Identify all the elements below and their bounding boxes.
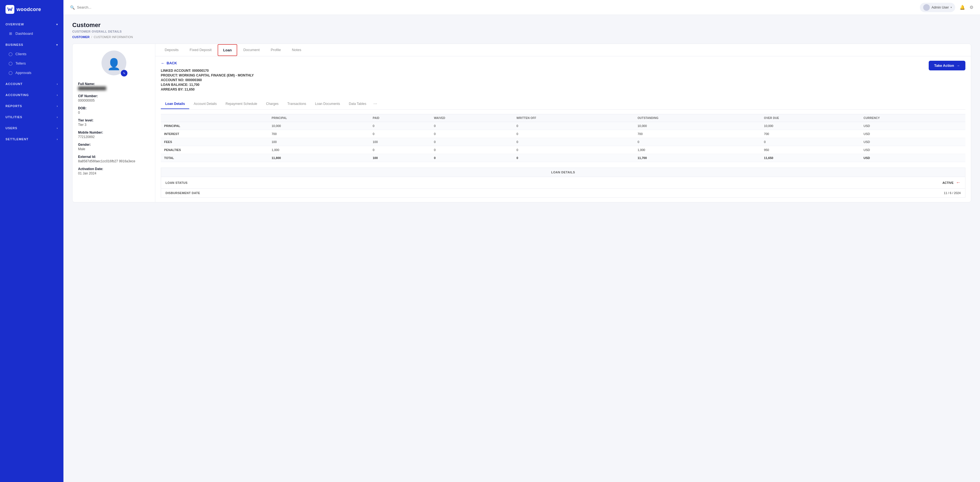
sub-tab-charges[interactable]: Charges xyxy=(261,99,283,109)
sidebar-item-dashboard-label: Dashboard xyxy=(16,32,33,36)
sidebar-item-tellers[interactable]: ◯ Tellers xyxy=(0,59,64,68)
cell-paid: 100 xyxy=(369,154,431,162)
sidebar-section-users-header[interactable]: USERS › xyxy=(0,124,64,132)
back-arrow-icon: ← xyxy=(161,61,165,65)
back-button[interactable]: ← BACK xyxy=(161,61,254,65)
grid-icon: ⊞ xyxy=(8,31,13,36)
field-mobile-label: Mobile Number: xyxy=(78,131,150,134)
field-external-id-value: 8a8587d56faec1cc016fb27 9916a3ece xyxy=(78,159,150,163)
product-value: WORKING CAPITAL FINANCE (EMI) - MONTHLY xyxy=(179,73,254,77)
chevron-down-icon: ▾ xyxy=(56,23,58,26)
more-tabs-button[interactable]: ··· xyxy=(371,99,380,110)
left-panel: 👤 ✎ Full Name: ████████████ CIF Number: … xyxy=(73,44,155,202)
sidebar-section-reports: REPORTS › xyxy=(0,101,64,112)
tab-profile[interactable]: Profile xyxy=(266,44,286,56)
cell-outstanding: 11,700 xyxy=(634,154,760,162)
avatar xyxy=(923,4,930,11)
sub-tab-transactions[interactable]: Transactions xyxy=(283,99,310,109)
cell-type: INTEREST xyxy=(161,130,268,138)
sidebar-section-users-label: USERS xyxy=(6,126,18,130)
app-name: woodcore xyxy=(17,6,41,13)
sub-tabs: Loan Details Account Details Repayment S… xyxy=(161,99,966,110)
sidebar: woodcore OVERVIEW ▾ ⊞ Dashboard BUSINESS… xyxy=(0,0,64,482)
avatar-area: 👤 ✎ xyxy=(78,51,150,75)
search-input[interactable] xyxy=(77,5,132,10)
linked-account-label: LINKED ACCOUNT: xyxy=(161,69,191,73)
field-gender-value: Male xyxy=(78,147,150,151)
sidebar-section-overview: OVERVIEW ▾ ⊞ Dashboard xyxy=(0,19,64,39)
tab-loan[interactable]: Loan xyxy=(218,44,237,56)
field-dob-label: DOB: xyxy=(78,106,150,110)
sidebar-section-users: USERS › xyxy=(0,123,64,134)
sidebar-section-settlement-header[interactable]: SETTLEMENT › xyxy=(0,135,64,144)
col-principal: PRINCIPAL xyxy=(268,114,369,122)
cell-currency: USD xyxy=(860,154,966,162)
tab-notes[interactable]: Notes xyxy=(287,44,306,56)
loan-disbursement-row: DISBURSEMENT DATE 11 / 6 / 2024 xyxy=(161,188,966,198)
col-written-off: WRITTEN OFF xyxy=(513,114,635,122)
settings-icon[interactable]: ⚙ xyxy=(969,5,974,10)
cell-over-due: 700 xyxy=(761,130,860,138)
user-area[interactable]: Admin User ▾ xyxy=(920,3,955,12)
field-tier-value: Tier 3 xyxy=(78,123,150,127)
col-currency: CURRENCY xyxy=(860,114,966,122)
field-gender-label: Gender: xyxy=(78,143,150,147)
avatar-placeholder-icon: 👤 xyxy=(107,56,121,70)
sidebar-section-reports-label: REPORTS xyxy=(6,104,22,108)
cell-currency: USD xyxy=(860,122,966,130)
field-external-id: External Id: 8a8587d56faec1cc016fb27 991… xyxy=(78,155,150,163)
sub-tab-account-details[interactable]: Account Details xyxy=(189,99,221,109)
cell-waived: 0 xyxy=(431,130,513,138)
loan-info: LINKED ACCOUNT: 000000170 PRODUCT: WORKI… xyxy=(161,69,254,91)
take-action-button[interactable]: Take Action → xyxy=(929,61,966,70)
take-action-label: Take Action xyxy=(934,64,954,68)
cell-outstanding: 1,000 xyxy=(634,146,760,154)
cell-type: FEES xyxy=(161,138,268,146)
sidebar-item-approvals[interactable]: ◯ Approvals xyxy=(0,68,64,77)
sidebar-item-dashboard[interactable]: ⊞ Dashboard xyxy=(0,29,64,38)
field-external-id-label: External Id: xyxy=(78,155,150,159)
tab-deposits[interactable]: Deposits xyxy=(160,44,184,56)
sidebar-item-clients-label: Clients xyxy=(16,52,27,56)
table-row: TOTAL 11,800 100 0 0 11,700 11,650 USD xyxy=(161,154,966,162)
sidebar-section-reports-header[interactable]: REPORTS › xyxy=(0,102,64,110)
cell-written-off: 0 xyxy=(513,138,635,146)
sidebar-section-settlement: SETTLEMENT › xyxy=(0,134,64,145)
sub-tab-loan-documents[interactable]: Loan Documents xyxy=(310,99,345,109)
tab-fixed-deposit[interactable]: Fixed Deposit xyxy=(185,44,216,56)
breadcrumb-link[interactable]: CUSTOMER xyxy=(72,35,90,39)
cell-over-due: 10,000 xyxy=(761,122,860,130)
sidebar-section-accounting-header[interactable]: ACCOUNTING › xyxy=(0,91,64,99)
tab-document[interactable]: Document xyxy=(238,44,264,56)
sub-tab-loan-details[interactable]: Loan Details xyxy=(161,99,189,109)
sub-tab-repayment-schedule[interactable]: Repayment Schedule xyxy=(221,99,262,109)
cell-waived: 0 xyxy=(431,146,513,154)
loan-panel: ← BACK LINKED ACCOUNT: 000000170 PRODUCT… xyxy=(155,56,971,202)
loan-header-row: ← BACK LINKED ACCOUNT: 000000170 PRODUCT… xyxy=(161,61,966,95)
topbar: 🔍 Admin User ▾ 🔔 ⚙ xyxy=(64,0,980,15)
sidebar-section-utilities-header[interactable]: UTILITIES › xyxy=(0,113,64,121)
breadcrumb-separator: / xyxy=(91,35,92,39)
cell-principal: 1,000 xyxy=(268,146,369,154)
loan-status-value: ACTIVE xyxy=(942,181,953,184)
avatar-edit-button[interactable]: ✎ xyxy=(121,70,127,77)
person-icon-tellers: ◯ xyxy=(8,61,13,65)
notification-icon[interactable]: 🔔 xyxy=(959,5,965,10)
cell-outstanding: 0 xyxy=(634,138,760,146)
sidebar-section-account-label: ACCOUNT xyxy=(6,82,22,86)
sub-tab-data-tables[interactable]: Data Tables xyxy=(345,99,371,109)
disbursement-value: 11 / 6 / 2024 xyxy=(944,191,961,195)
table-row: PENALTIES 1,000 0 0 0 1,000 950 USD xyxy=(161,146,966,154)
sidebar-item-clients[interactable]: ◯ Clients xyxy=(0,49,64,59)
balance-value: 11,700 xyxy=(189,83,199,87)
sidebar-section-overview-header[interactable]: OVERVIEW ▾ xyxy=(0,20,64,29)
sidebar-section-accounting-label: ACCOUNTING xyxy=(6,93,29,97)
field-cif: CIF Number: 000000005 xyxy=(78,94,150,102)
cell-type: PENALTIES xyxy=(161,146,268,154)
main-area: 🔍 Admin User ▾ 🔔 ⚙ Customer CUSTOMER OVE… xyxy=(64,0,980,482)
user-name: Admin User xyxy=(931,6,949,10)
table-row: PRINCIPAL 10,000 0 0 0 10,000 10,000 USD xyxy=(161,122,966,130)
sidebar-section-business-header[interactable]: BUSINESS ▾ xyxy=(0,40,64,49)
sidebar-section-account-header[interactable]: ACCOUNT › xyxy=(0,80,64,88)
cell-over-due: 950 xyxy=(761,146,860,154)
